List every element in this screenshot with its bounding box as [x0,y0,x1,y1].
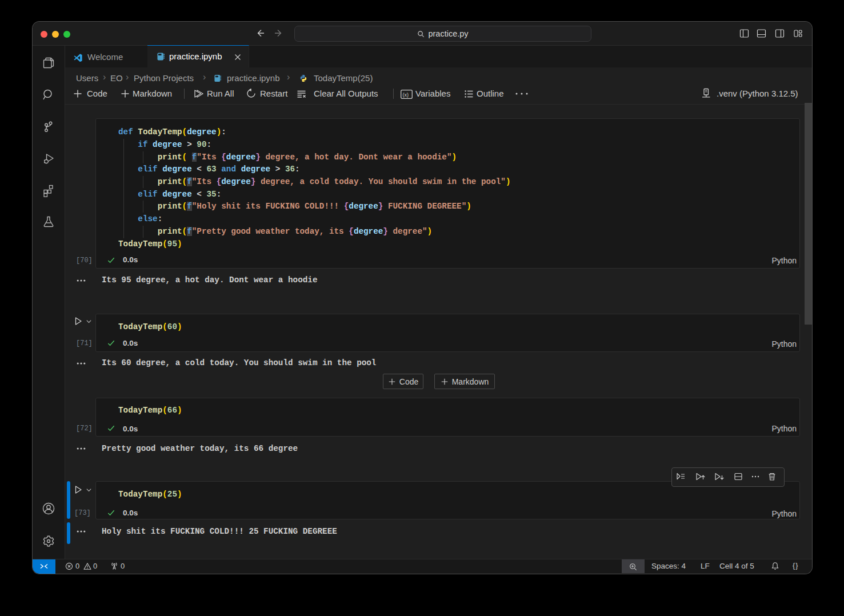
svg-text:(x): (x) [403,92,409,98]
